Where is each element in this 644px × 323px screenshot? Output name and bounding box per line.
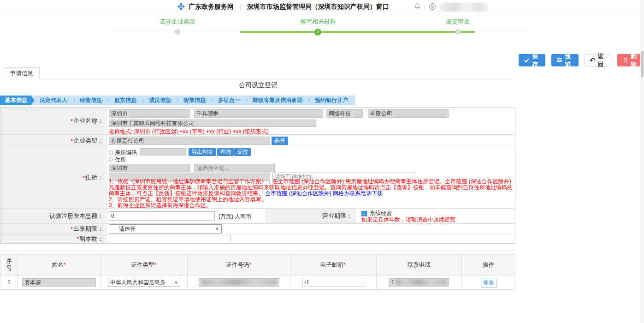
top-header: 广东政务服务网 ｜ 深圳市市场监督管理局（深圳市知识产权局）窗口 |	[0, 0, 644, 14]
action-toolbar: 保存 预览 ↶ 返回 删除	[519, 54, 644, 66]
app-root: 广东政务服务网 ｜ 深圳市市场监督管理局（深圳市知识产权局）窗口 | 选择企业类…	[0, 0, 644, 323]
col-header-seq: 序号	[0, 255, 18, 275]
user-avatar-icon[interactable]	[429, 3, 436, 12]
company-name-row: *企业名称： 名称格式: 深圳市 (行政区划) +xx (字号) +xx (行业…	[0, 108, 515, 134]
address-label: *住所：	[0, 147, 106, 208]
tab-bar-line	[0, 79, 516, 79]
step-progress-line	[240, 31, 475, 33]
members-table-header: 序号 姓名* 证件类型* 证件号码* 电子邮箱* 联系电话 操作	[0, 255, 515, 275]
tab-business-info[interactable]: 经营信息·	[75, 96, 109, 105]
copies-row: *副本数：	[0, 234, 515, 243]
tab-postal-credit[interactable]: 邮政寄递及信用承诺·	[248, 96, 309, 105]
business-term-label: 营业期限：	[266, 209, 355, 223]
step-circle-1: 1	[175, 29, 180, 35]
dropdown-arrow-icon: ▼	[174, 281, 178, 285]
name-part-tradename-input[interactable]	[194, 109, 323, 118]
section-nav-tabs: 基本信息 法定代表人· 经营信息· 股东信息· 成员信息· 附加信息· 多证合一…	[0, 96, 355, 105]
full-company-name-input[interactable]	[109, 120, 316, 127]
investment-term-label: *出资期限：	[0, 224, 106, 234]
feedback-button[interactable]: 反馈	[234, 148, 251, 156]
undo-arrow-icon: ↶	[590, 57, 596, 63]
trash-icon	[622, 57, 628, 63]
section-divider	[0, 251, 516, 251]
dropdown-arrow-icon: ▼	[215, 227, 219, 231]
tab-multi-cert[interactable]: 多证合一·	[213, 96, 247, 105]
grid-office-phone-link[interactable]: 全市范围 (深汕合作区除外) 网格办联系电话下载	[265, 190, 383, 197]
investment-term-select[interactable]: 请选择 ▼	[109, 224, 222, 233]
check-icon	[524, 57, 530, 63]
page-tab-bar: 申请信息	[0, 67, 516, 79]
col-header-id-number: 证件号码*	[188, 255, 290, 275]
house-code-input[interactable]	[140, 148, 186, 156]
tab-legal-representative[interactable]: 法定代表人·	[35, 96, 74, 105]
member-name-input[interactable]	[22, 278, 96, 287]
username-redacted	[439, 3, 489, 12]
member-row: 1 中华人民共和国居民身 ▼ 1 修改	[0, 275, 515, 289]
copies-input[interactable]	[109, 235, 231, 242]
tab-application-info[interactable]: 申请信息	[4, 67, 40, 79]
header-user-divider: |	[424, 4, 425, 10]
basic-info-form: *企业名称： 名称格式: 深圳市 (行政区划) +xx (字号) +xx (行业…	[0, 107, 515, 244]
vertical-scrollbar[interactable]	[640, 0, 644, 323]
address-city-input[interactable]	[109, 164, 190, 172]
residence-radio-label: 住所	[115, 156, 126, 164]
member-id-type-select[interactable]: 中华人民共和国居民身 ▼	[108, 278, 180, 287]
capital-row: 认缴注册资本总额： (万元) 人民币 营业期限： 永续经营 如果是具体年数，请取…	[0, 208, 515, 223]
perpetual-checkbox-label: 永续经营	[370, 210, 392, 216]
step-indicator: 选择企业类型 填写相关材料 提交审批 1 2 3	[107, 17, 533, 37]
step-label-choose-type: 选择企业类型	[131, 18, 224, 26]
step-circle-3: 3	[455, 29, 461, 35]
scrollbar-thumb[interactable]	[641, 51, 644, 78]
col-header-name: 姓名*	[18, 255, 101, 275]
tab-basic-info[interactable]: 基本信息	[0, 96, 35, 105]
step-label-submit-approval: 提交审批	[412, 18, 504, 26]
gov-flower-logo-icon	[177, 3, 185, 12]
member-email-input[interactable]	[302, 278, 364, 287]
col-header-email: 电子邮箱*	[290, 255, 377, 275]
choose-type-button[interactable]: 选择	[272, 137, 288, 145]
header-divider: ｜	[237, 3, 243, 11]
name-part-orgform-input[interactable]	[368, 109, 449, 118]
capital-unit: (万元) 人民币	[219, 213, 251, 221]
address-row: *住所： 房屋编码 导出地址 查询 反馈 住所 请选择区划... 1、依据《深圳…	[0, 147, 515, 208]
member-phone-redacted[interactable]: 1	[389, 278, 449, 287]
perpetual-checkbox[interactable]	[361, 211, 367, 216]
member-id-number-redacted[interactable]	[199, 278, 279, 287]
company-type-label: *企业类型：	[0, 135, 106, 147]
modify-button[interactable]: 修改	[481, 278, 496, 287]
name-part-industry-input[interactable]	[326, 109, 363, 118]
col-header-phone: 联系电话	[377, 255, 462, 275]
company-type-input[interactable]	[109, 137, 270, 145]
form-title: 公司设立登记	[0, 81, 516, 90]
site-brand: 广东政务服务网	[189, 3, 234, 11]
district-select[interactable]: 请选择区划...	[194, 164, 275, 172]
capital-input[interactable]	[109, 211, 215, 221]
tab-additional-info[interactable]: 附加信息·	[178, 96, 213, 105]
office-title: 深圳市市场监督管理局（深圳市知识产权局）窗口	[247, 3, 389, 11]
name-part-city-input[interactable]	[109, 109, 190, 118]
house-code-radio[interactable]	[109, 150, 113, 155]
residence-radio[interactable]	[109, 157, 113, 162]
capital-label: 认缴注册资本总额：	[0, 209, 106, 223]
back-button[interactable]: ↶ 返回	[585, 54, 611, 66]
export-address-button[interactable]: 导出地址	[189, 148, 216, 156]
tab-shareholder-info[interactable]: 股东信息·	[109, 96, 143, 105]
tab-bank-appointment[interactable]: 预约银行开户	[310, 96, 353, 105]
preview-button[interactable]: 预览	[551, 54, 578, 66]
list-icon	[556, 57, 562, 63]
company-type-row: *企业类型： 选择	[0, 134, 515, 147]
step-label-fill-materials: 填写相关材料	[272, 18, 364, 26]
member-seq: 1	[0, 275, 18, 289]
copies-label: *副本数：	[0, 234, 106, 243]
members-table: 序号 姓名* 证件类型* 证件号码* 电子邮箱* 联系电话 操作 1 中华人民共…	[0, 254, 515, 290]
address-notes: 1、依据《深圳市应用统一地址库加强商事登记与监管工作方案》，在全市范围 (深汕合…	[109, 179, 517, 209]
col-header-action: 操作	[462, 255, 515, 275]
company-name-label: *企业名称：	[0, 108, 106, 134]
investment-term-row: *出资期限： 请选择 ▼	[0, 223, 515, 234]
tab-member-info[interactable]: 成员信息·	[144, 96, 178, 105]
bell-icon[interactable]	[414, 3, 421, 11]
query-button[interactable]: 查询	[217, 148, 234, 156]
business-term-hint: 如果是具体年数，请取消选中永续经营	[361, 216, 455, 224]
save-button[interactable]: 保存	[519, 54, 545, 66]
step-circle-2: 2	[314, 29, 321, 36]
